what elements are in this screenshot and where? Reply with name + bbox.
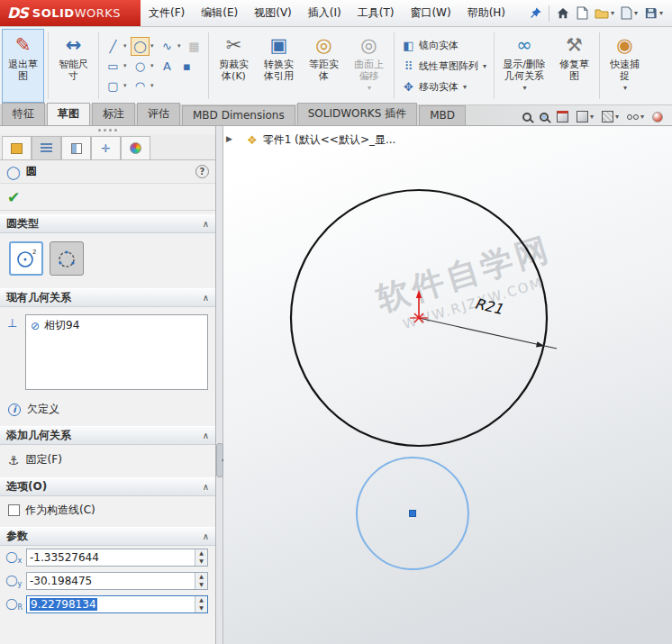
trim-entities-button[interactable]: ✂ 剪裁实体(K) — [213, 29, 255, 103]
ok-check-icon[interactable]: ✔ — [7, 188, 20, 206]
spin-down-icon[interactable]: ▼ — [195, 604, 207, 612]
zoom-area-icon[interactable] — [540, 113, 549, 122]
panel-splitter[interactable] — [216, 126, 223, 644]
center-y-input[interactable]: -30.198475 — [27, 573, 195, 589]
convert-entities-button[interactable]: ▣ 转换实体引用 — [258, 29, 300, 103]
spin-up-icon[interactable]: ▲ — [195, 596, 207, 604]
text-tool-button[interactable]: A — [158, 57, 177, 76]
collapse-chevron-icon[interactable]: ∧ — [203, 431, 209, 440]
repair-sketch-button[interactable]: ⚒ 修复草图 — [553, 29, 595, 103]
tab-addins[interactable]: SOLIDWORKS 插件 — [297, 103, 417, 125]
open-document-button[interactable]: ▾ — [595, 7, 614, 20]
collapse-chevron-icon[interactable]: ∧ — [203, 531, 209, 541]
display-style-icon[interactable]: ▾ — [602, 111, 619, 122]
center-x-spinner[interactable]: ▲▼ — [195, 549, 207, 566]
display-manager-tab[interactable] — [121, 136, 150, 159]
hide-show-items-icon[interactable]: ▾ — [627, 113, 644, 121]
dropdown-icon[interactable]: ▾ — [123, 82, 130, 89]
center-y-spinner[interactable]: ▲▼ — [195, 573, 207, 589]
feature-manager-tab[interactable] — [2, 136, 32, 159]
menu-tools[interactable]: 工具(T) — [350, 0, 403, 26]
panel-drag-handle[interactable] — [0, 126, 215, 134]
tab-sketch[interactable]: 草图 — [47, 103, 90, 125]
dimxpert-manager-tab[interactable]: ✛ — [91, 136, 121, 159]
svg-text:2: 2 — [32, 249, 36, 256]
dropdown-icon[interactable]: ▾ — [177, 42, 184, 50]
section-view-icon[interactable] — [557, 111, 568, 122]
add-relations-header[interactable]: 添加几何关系 ∧ — [0, 426, 215, 445]
tab-evaluate[interactable]: 评估 — [137, 103, 180, 125]
perimeter-circle-type-button[interactable] — [50, 241, 84, 276]
dropdown-icon[interactable]: ▾ — [150, 82, 157, 89]
offset-entities-button[interactable]: ◎ 等距实体 — [303, 29, 345, 103]
circle-tool-button[interactable]: ◯ — [131, 37, 150, 56]
point-tool-button[interactable]: ▪ — [177, 57, 196, 76]
slot-tool-button[interactable]: ▢ — [104, 77, 123, 95]
rectangle-tool-button[interactable]: ▭ — [104, 57, 123, 76]
line-tool-button[interactable]: ╱ — [104, 37, 123, 56]
parameters-header[interactable]: 参数 ∧ — [0, 527, 215, 546]
exit-sketch-button[interactable]: ✎ 退出草图 — [2, 29, 44, 103]
ellipse-tool-button[interactable]: ○ — [131, 57, 150, 76]
relations-listbox[interactable]: ⊘ 相切94 — [25, 314, 208, 390]
graphics-viewport[interactable]: ▶ ❖ 零件1 (默认<<默认>_显... 软件自学网 WWW.RJZXW.CO… — [223, 126, 672, 644]
dropdown-icon[interactable]: ▾ — [123, 42, 130, 50]
collapse-chevron-icon[interactable]: ∧ — [203, 482, 209, 492]
existing-relations-header[interactable]: 现有几何关系 ∧ — [0, 288, 215, 307]
pin-icon[interactable] — [529, 6, 542, 20]
feature-tree-flyout-icon[interactable]: ▶ — [226, 134, 232, 143]
smart-dimension-button[interactable]: ↔ 智能尺寸 — [52, 29, 95, 103]
quick-snaps-button[interactable]: ◉ 快速捕捉 ▾ — [604, 29, 646, 103]
spin-up-icon[interactable]: ▲ — [195, 549, 207, 558]
tab-mbd-dimensions[interactable]: MBD Dimensions — [182, 105, 295, 125]
linear-pattern-button[interactable]: ⠿ 线性草图阵列 ▾ — [398, 57, 490, 76]
menu-view[interactable]: 视图(V) — [246, 0, 300, 26]
circle-type-header[interactable]: 圆类型 ∧ — [0, 214, 215, 233]
construction-checkbox[interactable] — [8, 504, 20, 516]
fix-relation-button[interactable]: 固定(F) — [26, 452, 62, 467]
center-x-input[interactable]: -1.33527644 — [27, 549, 195, 566]
dropdown-icon[interactable]: ▾ — [150, 42, 157, 50]
dimension-line[interactable] — [419, 318, 557, 349]
radius-input[interactable]: 9.22798134 — [27, 596, 195, 612]
tab-mbd[interactable]: MBD — [419, 105, 466, 125]
help-icon[interactable]: ? — [195, 165, 209, 178]
relation-list-item[interactable]: ⊘ 相切94 — [26, 315, 207, 336]
radius-spinner[interactable]: ▲▼ — [195, 596, 207, 612]
new-document-icon[interactable] — [577, 6, 588, 20]
file-options-button[interactable]: ▾ — [621, 6, 638, 20]
feature-tree-breadcrumb[interactable]: ❖ 零件1 (默认<<默认>_显... — [247, 132, 395, 148]
arc-tool-button[interactable]: ◠ — [131, 77, 150, 95]
mirror-entities-button[interactable]: ◧ 镜向实体 — [398, 36, 490, 55]
dropdown-icon[interactable]: ▾ — [123, 62, 130, 69]
spline-tool-button[interactable]: ∿ — [158, 37, 177, 56]
dropdown-icon[interactable]: ▾ — [150, 62, 157, 69]
view-orientation-icon[interactable]: ▾ — [577, 111, 594, 122]
home-icon[interactable] — [556, 6, 570, 20]
property-manager-tab[interactable] — [32, 136, 61, 159]
tab-annotation[interactable]: 标注 — [92, 103, 135, 125]
menu-insert[interactable]: 插入(I) — [300, 0, 350, 26]
tab-features[interactable]: 特征 — [2, 103, 45, 125]
splitter-handle[interactable] — [216, 443, 223, 477]
dimension-text[interactable]: R21 — [473, 295, 504, 317]
collapse-chevron-icon[interactable]: ∧ — [203, 293, 209, 303]
menu-edit[interactable]: 编辑(E) — [193, 0, 246, 26]
spin-down-icon[interactable]: ▼ — [195, 581, 207, 589]
configuration-manager-tab[interactable] — [61, 136, 91, 159]
menu-help[interactable]: 帮助(H) — [459, 0, 513, 26]
center-circle-type-button[interactable]: 2 — [9, 241, 43, 276]
display-delete-relations-button[interactable]: ∞ 显示/删除几何关系 ▾ — [498, 29, 550, 103]
collapse-chevron-icon[interactable]: ∧ — [203, 219, 209, 229]
move-entities-button[interactable]: ✥ 移动实体 ▾ — [398, 77, 490, 96]
options-header[interactable]: 选项(O) ∧ — [0, 477, 215, 496]
spin-down-icon[interactable]: ▼ — [195, 558, 207, 566]
save-button[interactable]: ▾ — [644, 6, 663, 20]
trim-label: 剪裁实体(K) — [214, 59, 253, 82]
edit-appearance-icon[interactable] — [652, 112, 663, 122]
menu-window[interactable]: 窗口(W) — [402, 0, 459, 26]
menu-file[interactable]: 文件(F) — [141, 0, 193, 26]
zoom-fit-icon[interactable] — [522, 113, 531, 122]
circle-center-point[interactable] — [410, 511, 416, 517]
spin-up-icon[interactable]: ▲ — [195, 573, 207, 581]
